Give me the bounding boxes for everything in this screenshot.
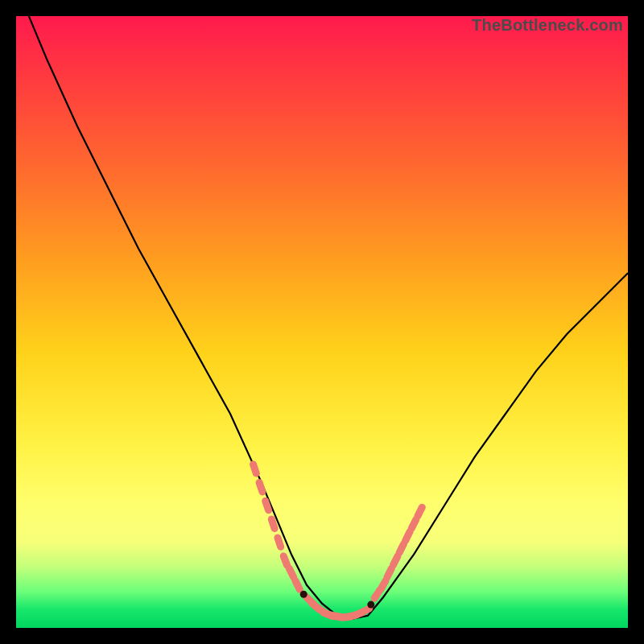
marker-node [367,601,374,609]
marker-node [300,591,308,598]
watermark-text: TheBottleneck.com [472,16,623,35]
marker-bead [271,519,275,528]
marker-bead [295,580,299,589]
bottleneck-curve [16,16,628,619]
marker-bead [361,609,369,613]
marker-bead [254,464,257,473]
marker-bead [387,568,391,577]
marker-bead [259,483,262,492]
chart-svg [16,16,628,628]
marker-bead [283,556,287,565]
marker-cluster-pink [254,464,423,617]
curve-group [16,16,628,619]
marker-bead [289,568,293,577]
marker-bead [418,507,422,516]
marker-bead [266,501,269,510]
marker-bead [399,544,403,553]
marker-bead [406,532,410,541]
marker-bead [278,538,281,547]
chart-gradient-area: TheBottleneck.com [16,16,628,628]
marker-bead [411,519,415,528]
marker-bead [381,581,386,589]
marker-bead [394,556,398,565]
